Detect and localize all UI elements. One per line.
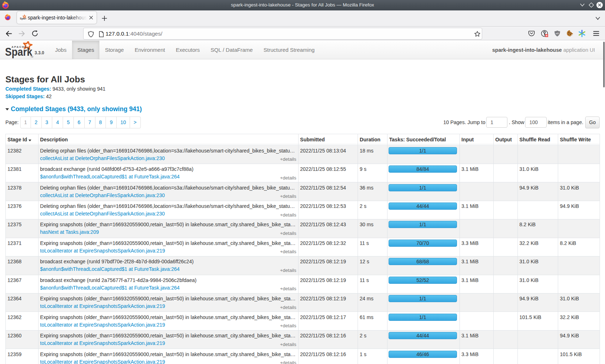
- svg-text:Spark: Spark: [5, 46, 33, 58]
- svg-text:uO: uO: [556, 32, 559, 35]
- svg-text:TM: TM: [31, 56, 33, 58]
